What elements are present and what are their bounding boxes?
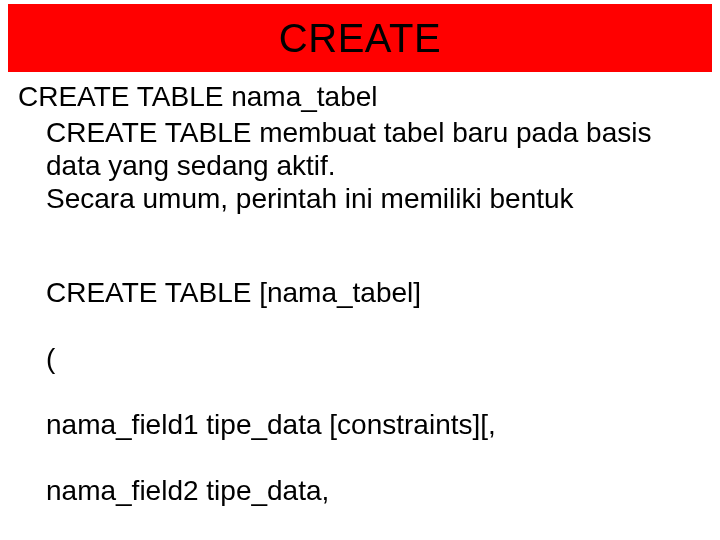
code-line-1: CREATE TABLE [nama_tabel] — [46, 277, 421, 308]
heading-line: CREATE TABLE nama_tabel — [18, 80, 702, 114]
slide: CREATE CREATE TABLE nama_tabel CREATE TA… — [0, 4, 720, 540]
code-line-2: ( — [46, 343, 55, 374]
code-block: CREATE TABLE [nama_tabel] ( nama_field1 … — [18, 243, 702, 540]
code-line-3: nama_field1 tipe_data [constraints][, — [46, 409, 496, 440]
slide-title: CREATE — [279, 16, 441, 61]
paragraph-line-2: Secara umum, perintah ini memiliki bentu… — [46, 183, 574, 214]
paragraph-line-1: CREATE TABLE membuat tabel baru pada bas… — [46, 117, 651, 181]
code-line-4: nama_field2 tipe_data, — [46, 475, 329, 506]
title-bar: CREATE — [8, 4, 712, 72]
slide-content: CREATE TABLE nama_tabel CREATE TABLE mem… — [0, 72, 720, 540]
paragraph: CREATE TABLE membuat tabel baru pada bas… — [18, 116, 702, 215]
